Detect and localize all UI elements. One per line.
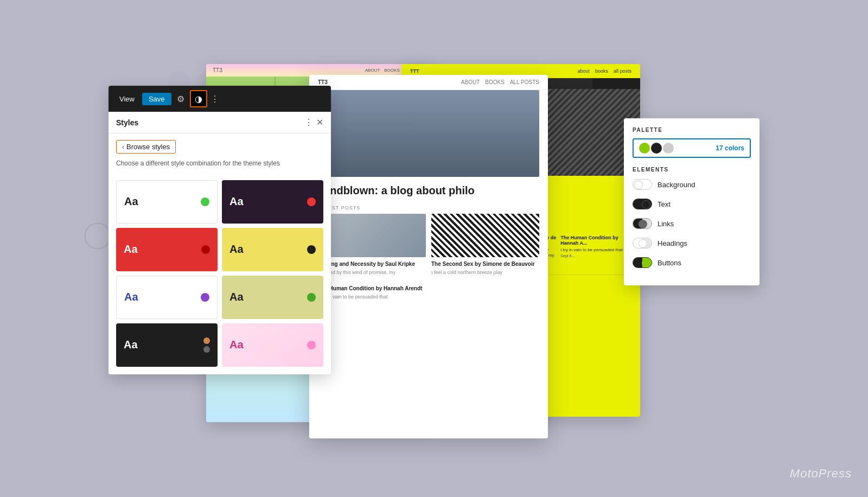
blog1-nav-books: BOOKS [384,68,399,73]
element-row-text[interactable]: Text [633,199,751,209]
elements-label: ELEMENTS [633,167,751,173]
styles-toggle-button[interactable]: ◑ [190,90,207,107]
blog2-latest-posts-label: LATEST POSTS [309,200,548,214]
blog2-post-1: Naming and Necessity by Saul Kripke Insp… [318,214,426,276]
palette-color-button[interactable]: 17 colors [633,138,751,158]
blog2-nav-posts: ALL POSTS [510,79,539,85]
styles-header: Styles ⋮ ✕ [108,112,331,133]
blog2-posts-grid: Naming and Necessity by Saul Kripke Insp… [309,214,548,276]
styles-grid: Aa Aa Aa Aa Aa [108,175,331,374]
browse-styles-section: ‹ Browse styles Choose a different style… [108,133,331,175]
motopress-watermark: MotoPress [790,467,852,481]
settings-button[interactable]: ⚙ [175,92,187,106]
blog2-nav-about: ABOUT [461,79,480,85]
blog2-main-heading: Mindblown: a blog about philo [309,177,548,200]
blog2-post-3-excerpt: I try in vain to be persuaded that [318,294,539,301]
browse-styles-description: Choose a different style combination for… [116,159,323,168]
styles-close-btn[interactable]: ✕ [316,117,323,128]
element-row-background[interactable]: Background [633,179,751,190]
browse-styles-button[interactable]: ‹ Browse styles [116,140,176,154]
blog2-post-2-thumb [431,214,539,257]
style-card-5[interactable]: Aa [116,276,218,319]
styles-more-btn[interactable]: ⋮ [304,117,313,128]
blog2-nav: ABOUT BOOKS ALL POSTS [461,79,539,85]
blog3-nav-posts: all posts [614,68,631,74]
blog3-nav-about: about [577,68,590,74]
browse-styles-label: Browse styles [126,143,170,151]
palette-colors-count: 17 colors [716,144,744,152]
blog2-nav-books: BOOKS [485,79,505,85]
blog3-post-3-excerpt: I try in vain to be persuaded that [560,247,631,253]
text-toggle[interactable] [633,199,652,209]
links-element-label: Links [658,220,674,228]
swatch-green [639,143,650,154]
palette-swatches [639,143,674,154]
back-arrow-icon: ‹ [122,143,124,151]
deco-circle-outline-1 [84,222,111,250]
background-toggle-knob [634,181,643,189]
style-card-4[interactable]: Aa [222,228,323,271]
styles-panel: View Save ⚙ ◑ ⋮ Styles ⋮ ✕ ‹ Browse styl… [108,86,331,374]
palette-section-label: PALETTE [633,127,751,133]
blog2-post-2-title: The Second Sex by Simone de Beauvoir [431,260,539,267]
save-button[interactable]: Save [142,93,171,105]
background-toggle[interactable] [633,179,652,190]
blog2-post-2: The Second Sex by Simone de Beauvoir I f… [431,214,539,276]
palette-panel: PALETTE 17 colors ELEMENTS Background Te… [624,118,760,285]
blog2-site-name: TT3 [318,79,328,85]
headings-element-label: Headings [658,239,687,247]
style-card-3[interactable]: Aa [116,228,218,271]
styles-panel-title: Styles [116,118,138,127]
blog-preview-2: TT3 ABOUT BOOKS ALL POSTS Mindblown: a b… [309,75,548,438]
links-toggle[interactable] [633,218,652,229]
blog2-post-1-title: Naming and Necessity by Saul Kripke [318,260,426,267]
element-row-buttons[interactable]: Buttons [633,257,751,268]
more-options-button[interactable]: ⋮ [210,94,219,104]
headings-toggle[interactable] [633,238,652,248]
text-toggle-knob [642,200,650,209]
blog3-post-3-title: The Human Condition by Hannah A... [560,235,631,246]
main-container: View Save ⚙ ◑ ⋮ Styles ⋮ ✕ ‹ Browse styl… [108,64,760,433]
text-element-label: Text [658,200,671,208]
headings-toggle-knob [639,239,647,248]
swatch-black [651,143,662,154]
wp-toolbar: View Save ⚙ ◑ ⋮ [108,86,331,112]
style-card-1[interactable]: Aa [116,180,218,224]
blog3-post-3: The Human Condition by Hannah A... I try… [560,235,631,269]
style-card-7[interactable]: Aa [116,323,218,367]
element-row-links[interactable]: Links [633,218,751,229]
blog2-header: TT3 ABOUT BOOKS ALL POSTS [309,75,548,90]
blog3-post-3-date: Sept 8... [560,254,631,258]
style-card-8[interactable]: Aa [222,323,323,367]
blog2-hero-image [318,90,539,177]
style-card-6[interactable]: Aa [222,276,323,319]
styles-header-actions: ⋮ ✕ [304,117,323,128]
blog1-site-name: TT3 [213,67,222,73]
blog2-third-post: The Human Condition by Hannah Arendt I t… [309,276,548,306]
swatch-gray [663,143,674,154]
blog2-post-3-title: The Human Condition by Hannah Arendt [318,285,539,292]
blog2-post-2-excerpt: I feel a cold northern breeze play [431,269,539,276]
buttons-element-label: Buttons [658,259,681,267]
buttons-toggle-knob [642,259,650,267]
blog1-nav-about: ABOUT [365,68,380,73]
blog2-post-1-thumb [318,214,426,257]
background-element-label: Background [658,181,695,189]
links-toggle-knob [639,220,647,228]
blog3-nav: about books all posts [577,68,631,74]
blog3-site-name: TTT [410,68,419,74]
view-button[interactable]: View [115,93,139,105]
blog3-nav-books: books [595,68,608,74]
style-card-2[interactable]: Aa [222,180,323,224]
element-row-headings[interactable]: Headings [633,238,751,248]
buttons-toggle[interactable] [633,257,652,268]
blog2-post-1-excerpt: Inspired by this wind of promise, my [318,269,426,276]
